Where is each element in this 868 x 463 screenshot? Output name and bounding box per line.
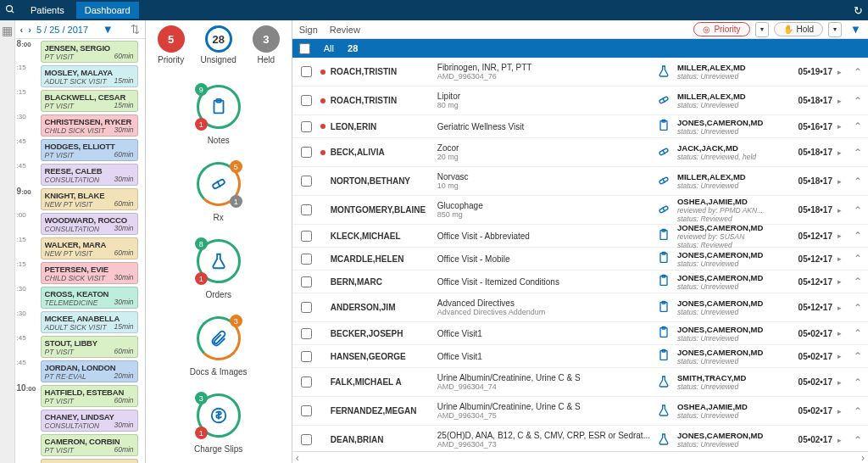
circle-charge-slips[interactable]: 31 <box>197 393 241 438</box>
next-day-icon[interactable]: › <box>28 25 31 35</box>
task-expand-icon[interactable]: ⌃ <box>853 147 863 159</box>
circle-docs-images[interactable]: 3 <box>197 316 241 360</box>
task-expand-icon[interactable]: ⌃ <box>853 276 863 287</box>
task-expand-icon[interactable]: ⌃ <box>853 377 863 388</box>
task-row[interactable]: HANSEN,GEORGE Office Visit1 JONES,CAMERO… <box>292 345 868 368</box>
calendar-icon[interactable]: ▦ <box>2 24 13 37</box>
appointment[interactable]: WALKER, MARANEW PT VISIT60min <box>41 237 138 259</box>
task-expand-icon[interactable]: ⌃ <box>853 204 863 216</box>
review-link[interactable]: Review <box>330 25 360 35</box>
task-checkbox[interactable] <box>301 254 312 265</box>
task-row[interactable]: BERN,MARC Office Visit - Itemized Condit… <box>292 271 868 293</box>
hold-button[interactable]: ✋ Hold <box>774 22 824 36</box>
task-expand-icon[interactable]: ⌃ <box>853 405 863 417</box>
tab-all[interactable]: All <box>324 43 334 53</box>
task-row[interactable]: MCARDLE,HELEN Office Visit - Mobile JONE… <box>292 248 868 271</box>
prev-day-icon[interactable]: ‹ <box>20 25 24 35</box>
schedule-sort-icon[interactable]: ⇅ <box>131 23 140 36</box>
appointment[interactable]: CHANEY, LINDSAYCONSULTATION30min <box>41 410 138 432</box>
task-checkbox[interactable] <box>301 328 312 339</box>
appointment[interactable]: JORDAN, LONDONPT RE-EVAL20min <box>41 360 138 382</box>
task-expand-icon[interactable]: ⌃ <box>853 66 863 78</box>
appointment[interactable]: EOLEY, ZACHARIAH <box>41 459 138 463</box>
unsigned-badge[interactable]: 28 <box>205 25 232 53</box>
task-checkbox[interactable] <box>301 377 312 388</box>
task-checkbox[interactable] <box>301 66 312 77</box>
task-checkbox[interactable] <box>301 95 312 106</box>
task-expand-icon[interactable]: ⌃ <box>853 327 863 339</box>
task-row[interactable]: LEON,ERIN Geriatric Wellness Visit JONES… <box>292 115 868 138</box>
circle-rx[interactable]: 51 <box>197 162 241 206</box>
task-row[interactable]: ROACH,TRISTIN Fibrinogen, INR, PT, PTTAM… <box>292 58 868 86</box>
task-arrow-icon: ▸ <box>837 378 848 387</box>
task-checkbox[interactable] <box>301 176 312 187</box>
task-row[interactable]: MONTGOMERY,BLAINE Glucophage850 mg OSHEA… <box>292 196 868 225</box>
priority-button[interactable]: ◎ Priority <box>693 22 749 36</box>
task-checkbox[interactable] <box>301 276 312 287</box>
task-checkbox[interactable] <box>301 405 312 416</box>
task-row[interactable]: FALK,MICHAEL A Urine Albumin/Creatinine,… <box>292 368 868 397</box>
task-row[interactable]: DEAN,BRIAN 25(OH)D, ANA, B12, C & S, CMV… <box>292 426 868 451</box>
tasks-filter-icon[interactable]: ▼ <box>850 23 861 36</box>
refresh-icon[interactable]: ↻ <box>854 4 863 17</box>
appointment[interactable]: CHRISTENSEN, RYKERCHILD SICK VISIT30min <box>41 114 138 137</box>
appointment[interactable]: HODGES, ELLIOTTPT VISIT60min <box>41 139 138 161</box>
appointment[interactable]: HATFIELD, ESTEBANPT VISIT60min <box>41 385 138 407</box>
task-row[interactable]: ROACH,TRISTIN Lipitor80 mg MILLER,ALEX,M… <box>292 86 868 115</box>
scroll-left-icon[interactable]: ‹ <box>296 452 299 464</box>
appointment[interactable]: MCKEE, ANABELLAADULT SICK VISIT15min <box>41 311 138 333</box>
appointment[interactable]: PETERSEN, EVIECHILD SICK VISIT30min <box>41 262 138 284</box>
schedule-date[interactable]: 5 / 25 / 2017 <box>36 25 97 35</box>
task-checkbox[interactable] <box>301 231 312 242</box>
appointment[interactable]: CAMERON, CORBINPT VISIT60min <box>41 434 138 456</box>
task-checkbox[interactable] <box>301 147 312 158</box>
appointment[interactable]: MOSLEY, MALAYAADULT SICK VISIT15min <box>41 65 138 87</box>
task-row[interactable]: KLECK,MICHAEL Office Visit - Abbreviated… <box>292 225 868 248</box>
task-expand-icon[interactable]: ⌃ <box>853 434 863 446</box>
appointment[interactable]: CROSS, KEATONTELEMEDICINE30min <box>41 287 138 309</box>
appointment[interactable]: STOUT, LIBBYPT VISIT60min <box>41 336 138 358</box>
task-patient: LEON,ERIN <box>331 122 432 131</box>
task-patient: DEAN,BRIAN <box>331 435 432 444</box>
scroll-right-icon[interactable]: › <box>861 452 865 464</box>
circle-notes[interactable]: 91 <box>197 85 241 129</box>
task-expand-icon[interactable]: ⌃ <box>853 176 863 187</box>
task-expand-icon[interactable]: ⌃ <box>853 302 863 314</box>
task-row[interactable]: ANDERSON,JIM Advanced DirectivesAdvanced… <box>292 293 868 322</box>
task-row[interactable]: BECK,ALIVIA Zocor20 mg JACK,JACK,MDstatu… <box>292 138 868 167</box>
task-patient: KLECK,MICHAEL <box>331 232 432 241</box>
tab-dashboard[interactable]: Dashboard <box>76 2 139 19</box>
task-row[interactable]: NORTON,BETHANY Norvasc10 mg MILLER,ALEX,… <box>292 167 868 196</box>
schedule-filter-icon[interactable]: ▼ <box>103 23 114 36</box>
tab-patients[interactable]: Patients <box>22 2 73 19</box>
hold-dropdown[interactable]: ▾ <box>828 22 842 37</box>
appointment[interactable]: KNIGHT, BLAKENEW PT VISIT60min <box>41 188 138 210</box>
sign-link[interactable]: Sign <box>299 25 318 35</box>
task-checkbox[interactable] <box>301 351 312 362</box>
priority-badge[interactable]: 5 <box>158 25 185 53</box>
task-arrow-icon: ▸ <box>837 277 848 286</box>
task-expand-icon[interactable]: ⌃ <box>853 350 863 362</box>
appointment[interactable]: BLACKWELL, CESARPT VISIT15min <box>41 90 138 112</box>
appointment[interactable]: REESE, CALEBCONSULTATION30min <box>41 164 138 186</box>
task-checkbox[interactable] <box>301 121 312 132</box>
task-checkbox[interactable] <box>301 434 312 445</box>
task-row[interactable]: BECKER,JOSEPH Office Visit1 JONES,CAMERO… <box>292 322 868 345</box>
held-badge[interactable]: 3 <box>253 25 280 53</box>
search-icon[interactable] <box>5 4 15 17</box>
priority-dot <box>320 305 326 310</box>
task-expand-icon[interactable]: ⌃ <box>853 230 863 242</box>
task-checkbox[interactable] <box>301 204 312 215</box>
appointment[interactable]: WOODWARD, ROCCOCONSULTATION30min <box>41 213 138 235</box>
task-date: 05•02•17 <box>788 435 832 444</box>
task-checkbox[interactable] <box>301 302 312 313</box>
task-description: Urine Albumin/Creatinine, Urine C & SAMD… <box>437 373 650 391</box>
task-expand-icon[interactable]: ⌃ <box>853 253 863 265</box>
priority-dropdown[interactable]: ▾ <box>755 22 769 37</box>
appointment[interactable]: JENSEN, SERGIOPT VISIT60min <box>41 41 138 63</box>
select-all-checkbox[interactable] <box>299 43 310 54</box>
task-expand-icon[interactable]: ⌃ <box>853 95 863 107</box>
task-expand-icon[interactable]: ⌃ <box>853 120 863 132</box>
task-row[interactable]: FERNANDEZ,MEGAN Urine Albumin/Creatinine… <box>292 397 868 426</box>
circle-orders[interactable]: 81 <box>197 239 241 283</box>
